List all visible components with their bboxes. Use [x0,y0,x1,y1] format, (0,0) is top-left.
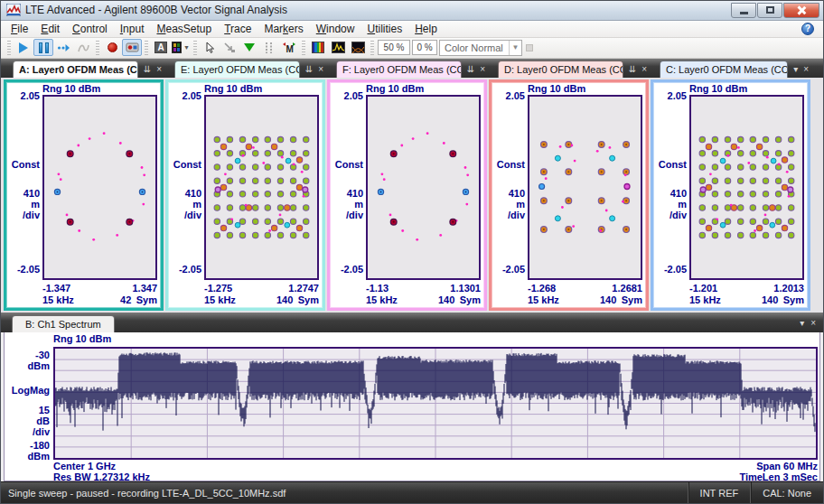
record-button[interactable] [102,39,122,56]
menu-help[interactable]: Help [408,22,444,36]
menu-window[interactable]: Window [310,22,361,36]
constellation-panel-cc4: Rng 10 dBm2.05Const410m/div-2.05-1.2011.… [651,79,810,311]
menu-utilities[interactable]: Utilities [360,22,408,36]
tab-menu-icon[interactable]: ⇊ [467,64,474,74]
pause-button[interactable] [33,39,53,56]
spectrum-trace-icon [332,42,345,53]
measurement-marker-button[interactable]: M [279,39,299,56]
recorder-icon [126,42,139,53]
svg-text:M: M [286,44,294,53]
cal-indicator: CAL: None [750,482,823,503]
spectrum-display-button[interactable] [328,39,348,56]
tab-layer0-ofdm-cc3[interactable]: D: Layer0 OFDM Meas (CC3) [498,61,623,78]
pointer-tool-button[interactable] [200,39,220,56]
help-globe-icon[interactable]: ? [801,23,814,35]
menu-control[interactable]: Control [66,22,114,36]
spectrum-res-bw: Res BW 1.27312 kHz [53,471,150,482]
x-max-label: 1.2013 [773,283,804,294]
marker-m-icon: M [282,42,296,53]
x-max-label: 1.347 [132,283,157,294]
toolbar-grip [193,41,197,55]
tab-group-cc2: F: Layer0 OFDM Meas (CC2)⇊× [327,61,489,78]
menu-meassetup[interactable]: MeasSetup [150,22,218,36]
y-max-label: 2.05 [492,90,525,101]
x-axis-values: -1.2011.2013 [689,283,804,294]
tab-layer0-ofdm-cc0[interactable]: A: Layer0 OFDM Meas (CC0)▼ [13,61,138,78]
constellation-panels: Rng 10 dBm2.05Const410m/div-2.05-1.3471.… [1,78,823,313]
sweep-outline-button[interactable] [73,39,93,56]
tab-menu-icon[interactable]: ⇊ [629,64,636,74]
x-min-label: -1.268 [528,283,556,294]
tab-close-icon[interactable]: × [480,64,485,74]
ref-indicator: INT REF [688,482,751,503]
constellation-points [44,97,155,278]
x-axis-values: -1.3471.347 [42,283,157,294]
constellation-plot[interactable] [528,95,642,280]
marker-peak-button[interactable] [239,39,259,56]
tab-menu-icon[interactable]: ⇊ [305,64,313,74]
tab-group-cc1: E: Layer0 OFDM Meas (CC1)⇊× [165,61,327,78]
auto-scale-button[interactable]: A [151,39,171,56]
recorder-playback-button[interactable] [122,39,142,56]
y-div-unit: m [653,199,687,210]
y-div-value: 410 [492,188,525,199]
toolbar: A ▼ M 50 % 0 % Color Normal [1,38,823,59]
play-button[interactable] [14,39,33,56]
tab-layer0-ofdm-cc1[interactable]: E: Layer0 OFDM Meas (CC1) [174,61,300,78]
tab-ch1-spectrum-label: B: Ch1 Spectrum [25,319,101,330]
layout-grid-button[interactable]: ▼ [171,39,191,56]
zoom-percent-field[interactable]: 50 % [378,40,410,55]
close-icon [797,5,806,14]
constellation-plot[interactable] [42,95,157,280]
tab-close-icon[interactable]: × [156,64,162,74]
tab-menu-icon[interactable]: ⇊ [144,64,151,74]
subcarrier-spacing-label: 15 kHz [528,294,559,305]
band-power-button[interactable] [259,39,279,56]
menu-input[interactable]: Input [114,22,151,36]
tab-layer0-ofdm-cc4[interactable]: C: Layer0 OFDM Meas (CC4) [660,61,788,78]
tab-ch1-spectrum[interactable]: B: Ch1 Spectrum [12,315,115,332]
close-button[interactable] [783,3,819,18]
minimize-button[interactable] [731,3,756,18]
strip-close-icon[interactable]: × [810,318,816,328]
window-title: LTE Advanced - Agilent 89600B Vector Sig… [25,4,287,16]
menu-file[interactable]: File [5,22,34,36]
menu-edit[interactable]: Edit [34,22,66,36]
spectrum-center-freq: Center 1 GHz [53,461,116,471]
x-axis-units: 15 kHz140 Sym [528,294,642,305]
constellation-plot[interactable] [689,95,804,280]
tab-menu-icon[interactable]: ▾ [793,64,798,74]
single-step-icon [57,42,70,53]
symbol-count-label: 42 Sym [120,294,157,305]
menu-trace[interactable]: Trace [218,22,258,36]
marker-offset-button[interactable] [220,39,239,56]
spectrum-trace [55,349,816,458]
spectrum-ymin-unit: dBm [5,451,50,462]
x-axis-values: -1.131.1301 [366,283,481,294]
letter-a-icon: A [154,42,167,53]
constellation-plot[interactable] [204,95,319,280]
eye-diagram-display-button[interactable] [348,39,368,56]
x-min-label: -1.201 [689,283,717,294]
tab-close-icon[interactable]: × [803,64,809,74]
single-step-button[interactable] [53,39,73,56]
status-bar: Single sweep - paused - recording LTE-A_… [1,481,823,503]
menu-markers[interactable]: Markers [258,22,309,36]
constellation-panel-cc1: Rng 10 dBm2.05Const410m/div-2.05-1.2751.… [165,79,325,311]
tab-label: E: Layer0 OFDM Meas (CC1) [181,64,300,75]
y-div-value: 410 [653,188,687,199]
y-div-value: 410 [6,188,40,199]
maximize-button[interactable] [757,3,782,18]
select-arrow-icon: ▼ [509,41,521,55]
tab-close-icon[interactable]: × [318,64,323,74]
symbol-count-label: 140 Sym [762,294,804,305]
overlap-percent-field[interactable]: 0 % [412,40,437,55]
color-scheme-select[interactable]: Color Normal ▼ [439,40,522,56]
strip-menu-icon[interactable]: ▾ [800,318,804,328]
y-div-label: /div [6,210,40,220]
spectrum-plot[interactable] [53,347,818,460]
tab-close-icon[interactable]: × [641,64,647,74]
constellation-plot[interactable] [366,95,481,280]
spectrogram-display-button[interactable] [308,39,328,56]
tab-layer0-ofdm-cc2[interactable]: F: Layer0 OFDM Meas (CC2) [336,61,462,78]
